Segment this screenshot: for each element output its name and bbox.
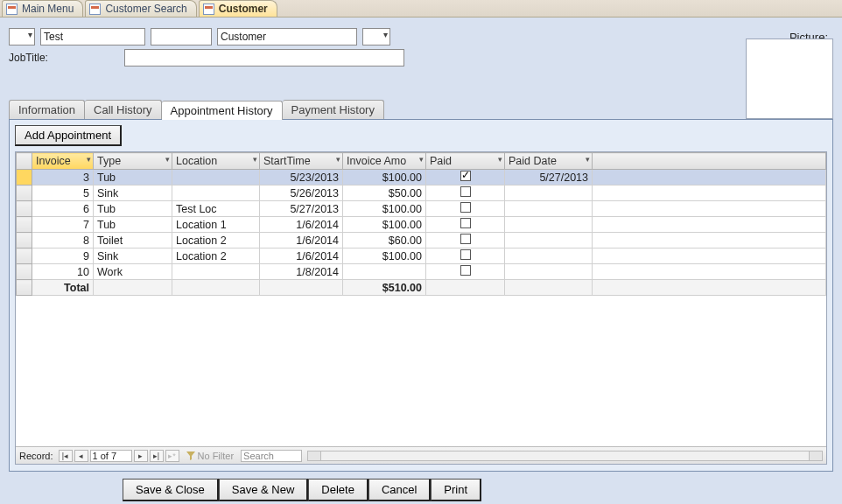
row-selector[interactable]: [17, 248, 32, 264]
tab-information[interactable]: Information: [9, 100, 85, 119]
doc-tab-main-menu[interactable]: Main Menu: [2, 0, 83, 17]
cell-paid-date[interactable]: [505, 201, 593, 217]
checkbox-icon[interactable]: [460, 218, 471, 228]
title-combo[interactable]: [9, 28, 35, 46]
cell-start[interactable]: 5/27/2013: [260, 201, 343, 217]
cell-start[interactable]: 5/23/2013: [260, 170, 343, 186]
middle-name-field[interactable]: [151, 28, 212, 46]
cell-type[interactable]: Sink: [94, 248, 172, 264]
cell-type[interactable]: Tub: [94, 170, 172, 186]
no-filter-indicator[interactable]: No Filter: [186, 451, 235, 461]
search-input[interactable]: Search: [241, 450, 302, 462]
chevron-down-icon[interactable]: ▾: [586, 155, 590, 164]
chevron-down-icon[interactable]: ▾: [498, 155, 502, 164]
cell-paid-date[interactable]: [505, 233, 593, 248]
doc-tab-customer-search[interactable]: Customer Search: [85, 0, 196, 17]
cell-type[interactable]: Work: [94, 264, 172, 280]
cell-type[interactable]: Sink: [94, 186, 172, 201]
row-selector[interactable]: [17, 201, 32, 217]
col-amount[interactable]: Invoice Amo▾: [343, 153, 426, 170]
cell-start[interactable]: 1/6/2014: [260, 248, 343, 264]
cell-paid[interactable]: [426, 217, 505, 233]
cell-start[interactable]: 5/26/2013: [260, 186, 343, 201]
cell-invoice[interactable]: 3: [32, 170, 94, 186]
cell-amount[interactable]: $100.00: [343, 217, 426, 233]
table-row[interactable]: 9SinkLocation 21/6/2014$100.00: [17, 248, 826, 264]
cell-amount[interactable]: $100.00: [343, 248, 426, 264]
cell-invoice[interactable]: 8: [32, 233, 94, 248]
nav-position[interactable]: 1 of 7: [90, 450, 132, 462]
nav-prev-button[interactable]: ◂: [74, 450, 88, 462]
jobtitle-field[interactable]: [124, 49, 404, 66]
col-type[interactable]: Type▾: [94, 153, 172, 170]
cell-invoice[interactable]: 5: [32, 186, 94, 201]
nav-new-button[interactable]: ▸*: [165, 450, 179, 462]
table-row[interactable]: 5Sink5/26/2013$50.00: [17, 186, 826, 201]
cell-type[interactable]: Toilet: [94, 233, 172, 248]
cell-paid[interactable]: [426, 233, 505, 248]
row-selector[interactable]: [17, 217, 32, 233]
cell-amount[interactable]: $50.00: [343, 186, 426, 201]
select-all-corner[interactable]: [17, 153, 32, 170]
cell-paid-date[interactable]: [505, 248, 593, 264]
horizontal-scrollbar[interactable]: [307, 451, 823, 461]
doc-tab-customer[interactable]: Customer: [199, 0, 277, 17]
nav-last-button[interactable]: ▸|: [150, 450, 164, 462]
table-row[interactable]: 8ToiletLocation 21/6/2014$60.00: [17, 233, 826, 248]
chevron-down-icon[interactable]: ▾: [165, 155, 170, 164]
cell-paid[interactable]: [426, 201, 505, 217]
col-paid-date[interactable]: Paid Date▾: [505, 153, 593, 170]
chevron-down-icon[interactable]: ▾: [419, 155, 424, 164]
cell-invoice[interactable]: 9: [32, 248, 94, 264]
cell-location[interactable]: [172, 264, 260, 280]
cell-start[interactable]: 1/8/2014: [260, 264, 343, 280]
save-new-button[interactable]: Save & New: [219, 479, 309, 501]
cell-location[interactable]: Test Loc: [172, 201, 260, 217]
table-row[interactable]: 7TubLocation 11/6/2014$100.00: [17, 217, 826, 233]
cell-invoice[interactable]: 6: [32, 201, 94, 217]
cell-invoice[interactable]: 7: [32, 217, 94, 233]
cell-location[interactable]: Location 1: [172, 217, 260, 233]
tab-call-history[interactable]: Call History: [85, 100, 161, 119]
add-appointment-button[interactable]: Add Appointment: [15, 125, 122, 146]
cell-amount[interactable]: [343, 264, 426, 280]
col-location[interactable]: Location▾: [172, 153, 260, 170]
col-start[interactable]: StartTime▾: [260, 153, 343, 170]
cell-paid[interactable]: [426, 186, 505, 201]
table-row[interactable]: 10Work1/8/2014: [17, 264, 826, 280]
tab-appointment-history[interactable]: Appointment History: [162, 101, 283, 120]
cell-paid-date[interactable]: 5/27/2013: [505, 170, 593, 186]
checkbox-icon[interactable]: [460, 265, 471, 276]
cell-start[interactable]: 1/6/2014: [260, 233, 343, 248]
cell-start[interactable]: 1/6/2014: [260, 217, 343, 233]
cell-paid-date[interactable]: [505, 186, 593, 201]
last-name-field[interactable]: Customer: [217, 28, 357, 46]
cell-paid[interactable]: [426, 264, 505, 280]
checkbox-icon[interactable]: [460, 234, 471, 244]
cell-paid-date[interactable]: [505, 217, 593, 233]
nav-first-button[interactable]: |◂: [59, 450, 73, 462]
cell-amount[interactable]: $60.00: [343, 233, 426, 248]
save-close-button[interactable]: Save & Close: [123, 479, 219, 501]
suffix-combo[interactable]: [362, 28, 390, 46]
cell-paid[interactable]: [426, 170, 505, 186]
col-invoice[interactable]: Invoice▾: [32, 153, 94, 170]
cell-location[interactable]: Location 2: [172, 233, 260, 248]
cell-amount[interactable]: $100.00: [343, 201, 426, 217]
delete-button[interactable]: Delete: [308, 479, 368, 501]
first-name-field[interactable]: Test: [40, 28, 145, 46]
checkbox-icon[interactable]: [460, 171, 471, 181]
chevron-down-icon[interactable]: ▾: [336, 155, 340, 164]
cancel-button[interactable]: Cancel: [368, 479, 431, 501]
cell-location[interactable]: Location 2: [172, 248, 260, 264]
print-button[interactable]: Print: [431, 479, 481, 501]
table-row[interactable]: 6TubTest Loc5/27/2013$100.00: [17, 201, 826, 217]
cell-location[interactable]: [172, 170, 260, 186]
chevron-down-icon[interactable]: ▾: [87, 155, 91, 164]
tab-payment-history[interactable]: Payment History: [283, 100, 384, 119]
cell-location[interactable]: [172, 186, 260, 201]
picture-placeholder[interactable]: [746, 38, 833, 119]
table-row[interactable]: 3Tub5/23/2013$100.005/27/2013: [17, 170, 826, 186]
cell-invoice[interactable]: 10: [32, 264, 94, 280]
checkbox-icon[interactable]: [460, 249, 471, 260]
